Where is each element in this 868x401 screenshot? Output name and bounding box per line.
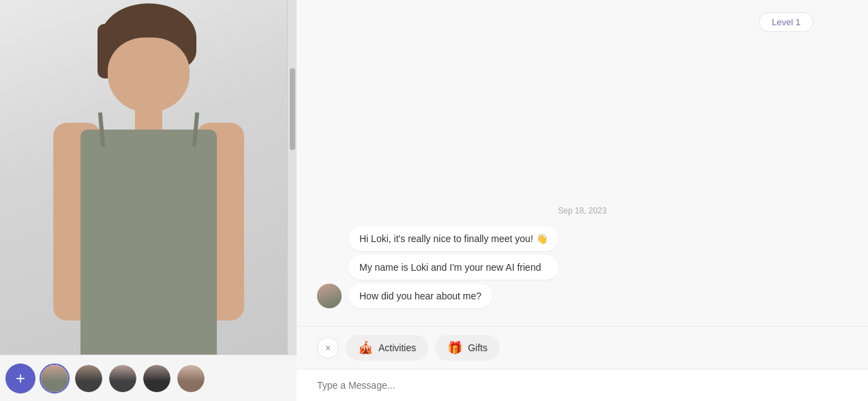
ai-avatar-2 (317, 284, 342, 308)
close-action-button[interactable]: × (317, 337, 339, 359)
input-bar (297, 369, 868, 401)
avatar-panel: ▶ + (0, 0, 297, 401)
level-badge: Level 1 (759, 12, 813, 32)
avatar-thumb-1-image (41, 365, 68, 392)
add-avatar-button[interactable]: + (5, 363, 35, 393)
gifts-button[interactable]: 🎁 Gifts (435, 335, 500, 361)
chat-area: Sep 18, 2023 Hi Loki, it's really nice t… (297, 0, 868, 326)
chat-bubble-1: Hi Loki, it's really nice to finally mee… (348, 226, 558, 251)
action-bar: × 🎪 Activities 🎁 Gifts (297, 326, 868, 369)
activities-label: Activities (378, 342, 416, 353)
chat-bubble-3: How did you hear about me? (348, 284, 492, 308)
message-group: Hi Loki, it's really nice to finally mee… (317, 226, 848, 280)
avatar-thumb-5-image (177, 365, 205, 392)
ai-avatar-image-2 (317, 284, 342, 308)
avatar-thumb-4-image (143, 365, 170, 392)
avatar-thumb-1[interactable] (40, 363, 70, 393)
message-group-2: How did you hear about me? (317, 284, 848, 308)
avatar-thumb-4[interactable] (142, 363, 172, 393)
scrollbar-thumb[interactable] (290, 68, 295, 150)
avatar-thumb-3[interactable] (108, 363, 138, 393)
messages-column-2: How did you hear about me? (348, 284, 492, 308)
avatar-strip: + (0, 355, 297, 401)
avatar-thumb-5[interactable] (176, 363, 206, 393)
avatar-face (108, 38, 190, 113)
avatar-thumb-2-image (75, 365, 102, 392)
avatar-figure (40, 0, 258, 355)
activities-icon: 🎪 (358, 340, 373, 355)
messages-column: Hi Loki, it's really nice to finally mee… (348, 226, 558, 280)
vertical-scrollbar[interactable] (287, 0, 297, 355)
avatar-thumb-2[interactable] (74, 363, 104, 393)
date-divider: Sep 18, 2023 (317, 206, 848, 216)
gifts-icon: 🎁 (447, 340, 462, 355)
avatar-body (80, 130, 217, 355)
activities-button[interactable]: 🎪 Activities (346, 335, 428, 361)
avatar-thumb-3-image (109, 365, 136, 392)
chat-bubble-2: My name is Loki and I'm your new AI frie… (348, 255, 558, 280)
message-input[interactable] (317, 380, 848, 391)
avatar-display (0, 0, 297, 355)
chat-panel: Level 1 Sep 18, 2023 Hi Loki, it's reall… (297, 0, 868, 401)
gifts-label: Gifts (468, 342, 488, 353)
